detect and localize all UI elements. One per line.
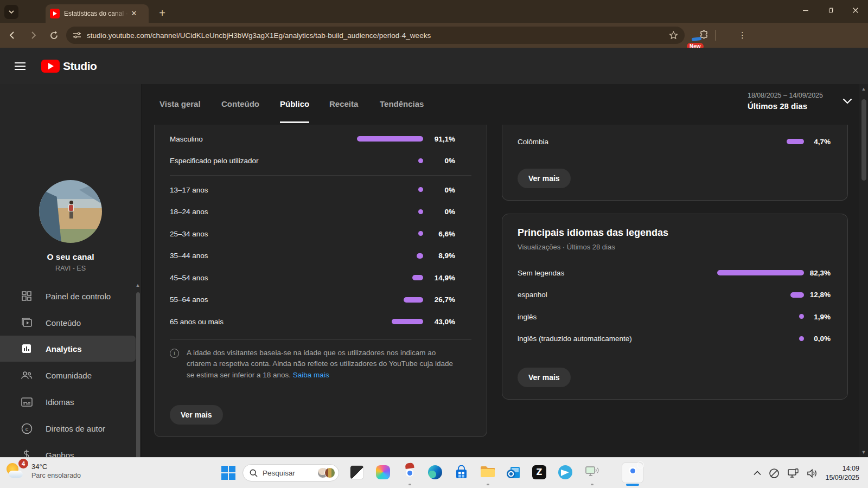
scrollbar-thumb[interactable] [861, 99, 866, 181]
stat-label: Colômbia [518, 138, 548, 146]
sidebar-item-label: Direitos de autor [46, 424, 105, 433]
channel-name: O seu canal [0, 252, 141, 262]
clipped-row: Espanha 7,1% [502, 125, 847, 129]
file-explorer-icon[interactable] [480, 465, 495, 480]
see-more-button[interactable]: Ver mais [170, 405, 223, 425]
new-tab-button[interactable]: + [155, 7, 169, 21]
page-scrollbar[interactable]: ▲ ▼ [859, 84, 868, 457]
minimize-button[interactable] [793, 0, 818, 21]
close-button[interactable] [843, 0, 868, 21]
see-more-button[interactable]: Ver mais [518, 368, 571, 387]
caption-languages-card: Principais idiomas das legendas Visualiz… [502, 214, 848, 400]
tab-close-icon[interactable]: ✕ [129, 9, 139, 18]
channel-handle: RAVI - ES [0, 265, 141, 272]
back-button[interactable] [4, 27, 21, 43]
taskbar-clock[interactable]: 14:09 15/09/2025 [825, 464, 859, 483]
period-selector[interactable]: 18/08/2025 – 14/09/2025 Últimos 28 dias [748, 92, 823, 111]
browser-tab[interactable]: Estatísticas do canal - YouTube ✕ [46, 4, 149, 23]
tab-audience[interactable]: Público [280, 84, 309, 123]
learn-more-link[interactable]: Saiba mais [293, 371, 329, 379]
tab-trends[interactable]: Tendências [380, 84, 424, 123]
info-icon: i [170, 349, 179, 358]
chrome-active-icon[interactable] [622, 463, 643, 483]
dashboard-icon [20, 291, 33, 301]
stat-value: 0% [417, 157, 455, 165]
taskbar-search[interactable]: Pesquisar [242, 464, 339, 481]
stat-label: Especificado pelo utilizador [170, 157, 259, 165]
menu-hamburger-icon[interactable] [14, 62, 27, 70]
notes-app-icon[interactable] [350, 465, 365, 480]
chrome-profile-icon[interactable] [402, 465, 417, 480]
sidebar-item-content[interactable]: Conteúdo [0, 310, 137, 336]
screen: Estatísticas do canal - YouTube ✕ + stud… [0, 0, 868, 488]
scroll-down-icon[interactable]: ▼ [861, 450, 866, 455]
taskbar-search-placeholder: Pesquisar [263, 469, 317, 477]
site-info-icon[interactable] [73, 31, 81, 40]
chevron-down-icon[interactable] [843, 98, 852, 104]
period-label: Últimos 28 dias [748, 101, 823, 111]
volume-icon[interactable] [807, 468, 818, 478]
stat-label: espanhol [518, 291, 547, 299]
tab-title: Estatísticas do canal - YouTube [64, 10, 129, 17]
stat-label: Masculino [170, 135, 203, 143]
analytics-content: Vista geral Conteúdo Público Receita Ten… [141, 84, 868, 457]
tab-revenue[interactable]: Receita [329, 84, 358, 123]
weather-condition: Parc ensolarado [31, 472, 81, 479]
search-highlight-icon[interactable] [317, 467, 335, 478]
capcut-icon[interactable]: Z [532, 465, 547, 480]
microsoft-store-icon[interactable] [454, 465, 469, 480]
network-icon[interactable] [787, 468, 799, 479]
sidebar-item-subtitles[interactable]: Idiomas [0, 389, 137, 415]
browser-menu-icon[interactable]: ⋮ [738, 30, 746, 40]
edge-icon[interactable] [428, 465, 443, 480]
see-more-button[interactable]: Ver mais [518, 169, 571, 188]
reload-button[interactable] [46, 27, 62, 43]
copilot-icon[interactable] [376, 465, 391, 480]
bookmark-star-icon[interactable] [669, 31, 678, 40]
sidebar-item-dashboard[interactable]: Painel de controlo [0, 283, 137, 309]
sidebar-item-community[interactable]: Comunidade [0, 362, 137, 388]
youtube-logo-icon [41, 60, 60, 73]
weather-widget[interactable]: 4 34°C Parc ensolarado [5, 460, 81, 481]
restore-button[interactable] [818, 0, 843, 21]
outlook-icon[interactable] [506, 465, 521, 480]
notification-badge: 4 [18, 459, 28, 468]
channel-avatar[interactable] [39, 180, 102, 243]
scroll-up-icon[interactable]: ▲ [135, 282, 141, 288]
stat-row: Especificado pelo utilizador 0% [155, 150, 487, 172]
clock-time: 14:09 [825, 464, 859, 473]
start-button[interactable] [221, 466, 235, 480]
tab-search-button[interactable] [4, 5, 18, 19]
stat-label: inglês (traduzido automaticamente) [518, 335, 632, 343]
forward-button[interactable] [25, 27, 41, 43]
content-icon [20, 317, 33, 329]
url-bar[interactable]: studio.youtube.com/channel/UCidKLeUncbjH… [66, 27, 685, 44]
sidebar-item-label: Painel de controlo [46, 292, 111, 301]
tab-overview[interactable]: Vista geral [159, 84, 201, 123]
onedrive-paused-icon[interactable] [769, 468, 780, 479]
stat-value: 0% [417, 186, 455, 194]
system-tray: 14:09 15/09/2025 [754, 458, 859, 488]
toolbar-separator [715, 30, 716, 41]
scroll-up-icon[interactable]: ▲ [861, 86, 866, 92]
sidebar-scrollbar[interactable]: ▲ ▼ [135, 282, 141, 480]
sidebar-item-copyright[interactable]: c Direitos de autor [0, 415, 137, 441]
browser-profile-avatar[interactable] [721, 28, 736, 43]
screen-share-app-icon[interactable] [584, 465, 599, 480]
tray-chevron-icon[interactable] [754, 471, 761, 476]
studio-logo[interactable]: Studio [41, 60, 97, 73]
card-divider [170, 339, 471, 340]
stat-value: 8,9% [417, 252, 455, 260]
sidebar-item-analytics[interactable]: Analytics [0, 336, 136, 362]
stat-value: 91,1% [417, 135, 455, 143]
stat-bar [717, 270, 804, 275]
browser-tab-strip: Estatísticas do canal - YouTube ✕ + [0, 0, 868, 23]
telegram-icon[interactable] [558, 465, 573, 480]
subtitles-icon [20, 397, 33, 407]
scrollbar-thumb[interactable] [136, 292, 140, 471]
sidebar-item-label: Conteúdo [46, 318, 81, 328]
tab-content[interactable]: Conteúdo [221, 84, 259, 123]
stat-value: 14,9% [417, 274, 455, 282]
stat-row: Espanha 7,1% [502, 125, 847, 129]
toolbar-right: New ⋮ [690, 28, 752, 43]
